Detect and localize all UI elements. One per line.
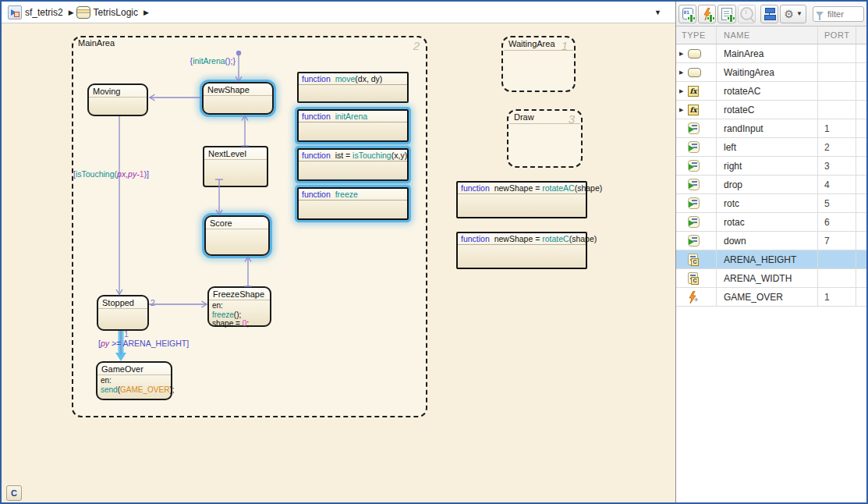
expand-icon[interactable]: ▶ — [679, 51, 686, 57]
table-row[interactable]: ▶ MainArea — [676, 44, 866, 63]
column-header-name[interactable]: NAME — [717, 27, 818, 44]
execution-order-badge: 3 — [569, 112, 575, 126]
add-event-button[interactable] — [698, 5, 716, 23]
transition-label-initarena[interactable]: {initArena();} — [164, 56, 236, 66]
function-signature: function ist = isTouching(x,y) — [299, 150, 407, 161]
table-row[interactable]: drop 4 — [676, 176, 866, 194]
hierarchy-icon — [763, 8, 776, 20]
state-freezeshape[interactable]: FreezeShape en:freeze();shape = 0; — [207, 286, 271, 327]
symbol-port — [818, 101, 856, 119]
state-score[interactable]: Score — [204, 215, 270, 256]
symbol-port — [818, 82, 856, 100]
input-data-type-icon — [688, 141, 700, 153]
expand-icon[interactable]: ▶ — [679, 88, 686, 94]
filter-funnel-icon — [816, 12, 824, 16]
state-title: MainArea — [73, 37, 426, 48]
symbol-port: 7 — [818, 232, 856, 250]
table-row[interactable]: ▶ rotateC — [676, 101, 866, 119]
filter-input[interactable] — [826, 9, 863, 20]
table-row-selected[interactable]: ARENA_HEIGHT — [676, 250, 866, 269]
table-row[interactable]: ▶ rotateAC — [676, 82, 866, 101]
function-signature: function newShape = rotateC(shape) — [458, 233, 586, 245]
function-move[interactable]: function move(dx, dy) — [297, 72, 409, 103]
column-header-port[interactable]: PORT — [818, 27, 856, 44]
symbol-name: right — [717, 157, 818, 175]
expand-icon[interactable]: ▶ — [679, 107, 686, 113]
input-data-type-icon — [688, 235, 700, 247]
table-row[interactable]: rotac 6 — [676, 213, 866, 232]
constant-data-type-icon — [688, 254, 698, 265]
breadcrumb-item-chart[interactable]: TetrisLogic — [94, 7, 138, 18]
symbol-port: 2 — [818, 138, 856, 156]
chart-canvas[interactable]: MainArea 2 WaitingArea 1 Draw 3 Moving N… — [2, 23, 675, 502]
breadcrumb-arrow-icon[interactable]: ▶ — [69, 9, 74, 16]
expand-icon[interactable]: ▶ — [679, 69, 686, 76]
state-draw[interactable]: Draw 3 — [507, 109, 583, 168]
breadcrumb-item-model[interactable]: sf_tetris2 — [25, 7, 63, 18]
symbol-name: MainArea — [717, 44, 818, 62]
transition-label-gameover-condition[interactable]: [py >= ARENA_HEIGHT] — [98, 339, 189, 348]
function-freeze[interactable]: function freeze — [297, 187, 409, 220]
state-type-icon — [688, 68, 701, 77]
plus-icon — [728, 15, 735, 22]
function-rotateac[interactable]: function newShape = rotateAC(shape) — [456, 181, 587, 218]
input-data-type-icon — [688, 216, 700, 228]
input-data-type-icon — [688, 122, 700, 134]
filter-box[interactable] — [813, 6, 864, 22]
function-type-icon — [688, 86, 699, 97]
state-newshape[interactable]: NewShape — [202, 82, 274, 115]
symbol-name: randInput — [717, 119, 818, 137]
plus-icon — [688, 15, 695, 22]
table-row[interactable]: rotc 5 — [676, 194, 866, 213]
table-row[interactable]: left 2 — [676, 138, 866, 157]
symbol-port — [818, 250, 856, 268]
function-type-icon — [688, 105, 699, 115]
symbol-name: ARENA_HEIGHT — [717, 250, 818, 268]
state-actions: en:send(GAME_OVER); — [97, 375, 171, 395]
table-row[interactable]: ARENA_WIDTH — [676, 269, 866, 288]
transition-order-2: 2 — [151, 298, 155, 307]
symbol-name: drop — [717, 176, 818, 193]
function-rotatec[interactable]: function newShape = rotateC(shape) — [456, 232, 587, 269]
state-gameover[interactable]: GameOver en:send(GAME_OVER); — [96, 361, 172, 400]
symbol-name: rotateAC — [717, 82, 818, 100]
transition-label-istouching[interactable]: [isTouching(px,py-1)] — [73, 169, 149, 179]
output-event-type-icon — [688, 291, 699, 303]
breadcrumb-arrow-icon[interactable]: ▶ — [143, 9, 149, 16]
settings-menu-button[interactable]: ⚙▼ — [780, 5, 806, 23]
table-row[interactable]: down 7 — [676, 232, 866, 250]
symbol-port: 1 — [818, 288, 856, 306]
symbol-name: GAME_OVER — [717, 288, 818, 306]
state-title: GameOver — [97, 363, 171, 375]
symbol-name: rotac — [717, 213, 818, 231]
state-stopped[interactable]: Stopped — [97, 295, 149, 331]
state-nextlevel[interactable]: NextLevel — [203, 146, 268, 187]
add-data-button[interactable]: 01 — [678, 5, 696, 23]
column-header-type[interactable]: TYPE — [676, 27, 717, 44]
plus-icon — [707, 15, 714, 22]
function-signature: function newShape = rotateAC(shape) — [458, 183, 586, 194]
add-message-button[interactable] — [717, 5, 735, 23]
table-row[interactable]: GAME_OVER 1 — [676, 288, 866, 307]
execution-order-badge: 2 — [413, 39, 420, 52]
table-row[interactable]: right 3 — [676, 157, 866, 176]
function-initarena[interactable]: function initArena — [297, 109, 409, 142]
action-language-badge[interactable]: C — [6, 485, 22, 501]
symbol-port: 6 — [818, 213, 856, 231]
state-title: Stopped — [98, 296, 147, 309]
state-moving[interactable]: Moving — [87, 83, 148, 116]
breadcrumb: sf_tetris2 ▶ TetrisLogic ▶ ▼ — [2, 2, 675, 23]
symbol-name: WaitingArea — [717, 63, 818, 81]
state-title: FreezeShape — [209, 288, 270, 300]
clock-magnifier-icon — [740, 7, 753, 20]
table-header-row: TYPE NAME PORT — [676, 27, 866, 44]
breadcrumb-dropdown-icon[interactable]: ▼ — [654, 9, 661, 16]
table-row[interactable]: ▶ WaitingArea — [676, 63, 866, 82]
view-hierarchy-button[interactable] — [760, 5, 778, 23]
function-istouching[interactable]: function ist = isTouching(x,y) — [297, 148, 409, 181]
state-waitingarea[interactable]: WaitingArea 1 — [501, 36, 576, 92]
table-row[interactable]: randInput 1 — [676, 119, 866, 138]
symbol-name: left — [717, 138, 818, 156]
chevron-down-icon: ▼ — [796, 10, 802, 17]
canvas-pane: sf_tetris2 ▶ TetrisLogic ▶ ▼ MainArea 2 … — [2, 2, 675, 502]
